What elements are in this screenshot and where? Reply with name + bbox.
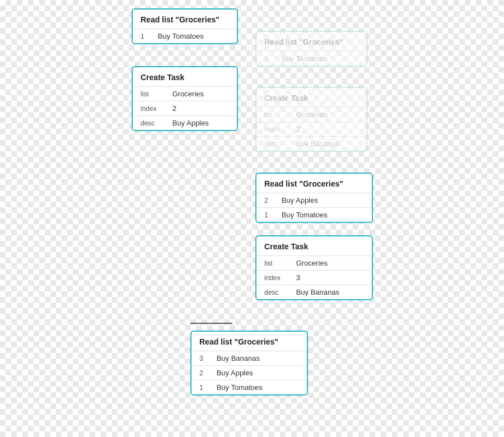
row-desc: Buy Tomatoes <box>274 52 366 66</box>
row-index: 2 <box>192 366 209 380</box>
field-key: desc <box>256 285 288 300</box>
row-index: 3 <box>192 351 209 366</box>
row-index: 1 <box>256 208 274 222</box>
row-desc: Buy Apples <box>209 366 307 380</box>
field-value: Groceries <box>288 108 366 122</box>
row-desc: Buy Tomatoes <box>150 29 237 44</box>
field-value: 3 <box>288 271 372 285</box>
card1-read-title: Read list "Groceries" <box>133 10 237 29</box>
field-value: Buy Apples <box>165 116 237 131</box>
card3-read-title: Read list "Groceries" <box>256 174 372 193</box>
connector-line <box>190 323 232 324</box>
field-key: index <box>256 122 288 137</box>
row-desc: Buy Tomatoes <box>274 208 372 222</box>
row-index: 2 <box>256 193 274 208</box>
card2-create: Create Task list Groceries index 2 desc … <box>255 87 367 152</box>
row-desc: Buy Tomatoes <box>209 380 307 395</box>
card2-create-title: Create Task <box>256 88 366 107</box>
field-value: Groceries <box>288 256 372 271</box>
field-value: Groceries <box>165 87 237 101</box>
field-value: Buy Bananas <box>288 285 372 300</box>
card1-read: Read list "Groceries" 1 Buy Tomatoes <box>132 8 238 44</box>
field-key: desc <box>133 116 165 131</box>
row-index: 1 <box>256 52 274 66</box>
field-key: index <box>133 101 165 116</box>
row-desc: Buy Bananas <box>209 351 307 366</box>
row-desc: Buy Apples <box>274 193 372 208</box>
field-key: list <box>256 108 288 122</box>
card2-read-title: Read list "Groceries" <box>256 32 366 51</box>
field-value: 2 <box>288 122 366 137</box>
field-key: index <box>256 271 288 285</box>
field-key: list <box>256 256 288 271</box>
card4-read: Read list "Groceries" 3 Buy Bananas 2 Bu… <box>190 331 308 396</box>
card3-create-title: Create Task <box>256 236 372 255</box>
card2-read: Read list "Groceries" 1 Buy Tomatoes <box>255 31 367 67</box>
card4-read-title: Read list "Groceries" <box>192 332 307 351</box>
row-index: 1 <box>192 380 209 395</box>
card1-create: Create Task list Groceries index 2 desc … <box>132 66 238 131</box>
card3-read: Read list "Groceries" 2 Buy Apples 1 Buy… <box>255 173 373 223</box>
field-value: 2 <box>165 101 237 116</box>
field-key: list <box>133 87 165 101</box>
row-index: 1 <box>133 29 150 44</box>
card1-create-title: Create Task <box>133 67 237 86</box>
field-key: desc <box>256 137 288 151</box>
card3-create: Create Task list Groceries index 3 desc … <box>255 235 373 300</box>
field-value: Buy Bananas <box>288 137 366 151</box>
